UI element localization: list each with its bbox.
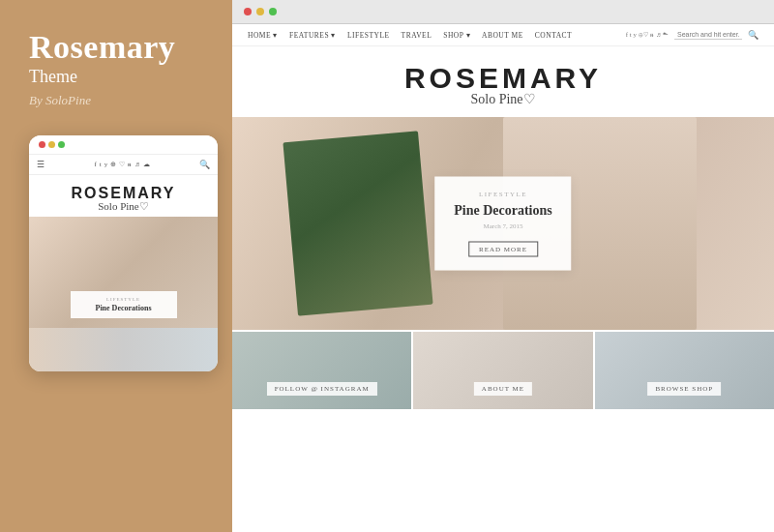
about-cell[interactable]: ABOUT ME — [413, 332, 592, 409]
bottom-grid: FOLLOW @ INSTAGRAM ABOUT ME BROWSE SHOP — [232, 332, 774, 409]
nav-home[interactable]: HOME ▾ — [248, 31, 278, 40]
shop-cell[interactable]: BROWSE SHOP — [595, 332, 774, 409]
mobile-hero-title: Pine Decorations — [80, 304, 167, 312]
hero-card-category: LIFESTYLE — [454, 191, 551, 198]
mobile-hero-category: LIFESTYLE — [80, 297, 167, 302]
right-panel: HOME ▾ FEATURES ▾ LIFESTYLE TRAVEL SHOP … — [232, 0, 774, 532]
theme-subtitle: Theme — [29, 67, 77, 87]
cart-icon: ☁ — [143, 161, 150, 168]
nav-left: HOME ▾ FEATURES ▾ LIFESTYLE TRAVEL SHOP … — [248, 31, 572, 40]
theme-by: By SoloPine — [29, 93, 91, 108]
browser-dot-yellow[interactable] — [256, 8, 264, 15]
mobile-dot-green — [58, 141, 65, 148]
heart-icon: ♡ — [119, 161, 125, 168]
browser-dot-green[interactable] — [269, 8, 277, 15]
nav-shop[interactable]: SHOP ▾ — [443, 31, 470, 40]
shop-label: BROWSE SHOP — [647, 382, 721, 396]
instagram-label: FOLLOW @ INSTAGRAM — [267, 382, 377, 396]
mobile-hero-overlay: LIFESTYLE Pine Decorations — [71, 291, 177, 318]
website-header: ROSEMARY Solo Pine♡ — [232, 46, 774, 117]
mobile-dot-yellow — [48, 141, 55, 148]
search-input[interactable] — [674, 30, 742, 40]
hero-section: LIFESTYLE Pine Decorations March 7, 2015… — [232, 117, 774, 330]
read-more-button[interactable]: READ MORE — [468, 242, 538, 257]
hero-card: LIFESTYLE Pine Decorations March 7, 2015… — [434, 177, 571, 271]
hero-card-date: March 7, 2015 — [454, 222, 551, 230]
website-content: HOME ▾ FEATURES ▾ LIFESTYLE TRAVEL SHOP … — [232, 24, 774, 532]
twitter-icon: t — [100, 161, 102, 168]
mobile-dot-red — [39, 141, 45, 148]
mobile-topbar — [29, 135, 218, 155]
browser-dot-red[interactable] — [244, 8, 252, 15]
nav-features[interactable]: FEATURES ▾ — [289, 31, 336, 40]
shop-bg — [595, 332, 774, 409]
nav-lifestyle[interactable]: LIFESTYLE — [347, 31, 390, 40]
rss-icon: ᵰ — [128, 161, 132, 168]
pine-shape — [283, 131, 432, 316]
instagram-bg — [232, 332, 411, 409]
theme-title: Rosemary — [29, 29, 175, 65]
mobile-hero: LIFESTYLE Pine Decorations — [29, 217, 218, 328]
website-nav: HOME ▾ FEATURES ▾ LIFESTYLE TRAVEL SHOP … — [232, 24, 774, 46]
mobile-logo-script: Solo Pine♡ — [29, 200, 218, 213]
nav-about[interactable]: ABOUT ME — [482, 31, 523, 40]
browser-chrome — [232, 0, 774, 24]
nav-travel[interactable]: TRAVEL — [402, 31, 432, 40]
hamburger-icon[interactable]: ☰ — [37, 160, 45, 169]
instagram-cell[interactable]: FOLLOW @ INSTAGRAM — [232, 332, 411, 409]
nav-search-icon[interactable]: 🔍 — [748, 30, 759, 40]
website-logo: ROSEMARY — [232, 62, 774, 95]
mobile-nav: ☰ f t y ⊕ ♡ ᵰ ♬ ☁ 🔍 — [29, 155, 218, 175]
youtube-icon: y — [104, 161, 108, 168]
hero-card-title: Pine Decorations — [454, 203, 551, 219]
mobile-preview: ☰ f t y ⊕ ♡ ᵰ ♬ ☁ 🔍 ROSEMARY Solo Pine♡ … — [29, 135, 218, 371]
nav-social-icons: f t y ⊕ ♡ ᵰ ♬ ☁ — [626, 31, 669, 39]
music-icon: ♬ — [134, 161, 139, 168]
facebook-icon: f — [94, 161, 96, 168]
pinterest-icon: ⊕ — [110, 161, 116, 168]
nav-right: f t y ⊕ ♡ ᵰ ♬ ☁ 🔍 — [626, 30, 759, 40]
mobile-bottom-strip — [29, 328, 218, 371]
nav-contact[interactable]: CONTACT — [535, 31, 572, 40]
about-bg — [413, 332, 592, 409]
about-label: ABOUT ME — [474, 382, 532, 396]
search-icon[interactable]: 🔍 — [199, 160, 210, 169]
left-panel: Rosemary Theme By SoloPine ☰ f t y ⊕ ♡ ᵰ… — [0, 0, 232, 532]
mobile-nav-icons: f t y ⊕ ♡ ᵰ ♬ ☁ — [94, 161, 149, 168]
website-logo-script: Solo Pine♡ — [232, 91, 774, 107]
mobile-dots — [39, 141, 65, 148]
mobile-header: ROSEMARY Solo Pine♡ — [29, 175, 218, 217]
